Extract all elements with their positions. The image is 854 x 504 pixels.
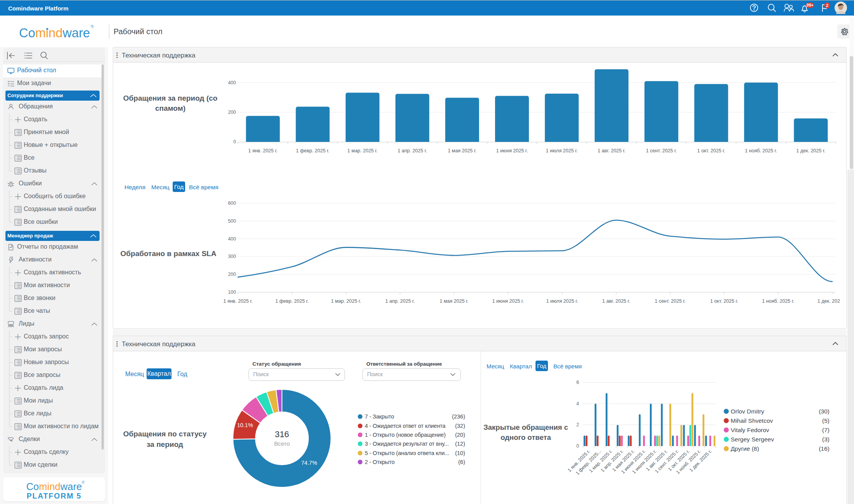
svg-text:®: ®	[91, 24, 94, 29]
svg-text:2: 2	[826, 3, 828, 8]
svg-text:PLATFORM 5: PLATFORM 5	[26, 492, 81, 500]
svg-text:®: ®	[82, 480, 85, 485]
svg-text:Comindware: Comindware	[19, 26, 90, 40]
svg-text:Comindware: Comindware	[26, 481, 82, 492]
svg-text:99+: 99+	[807, 3, 814, 7]
